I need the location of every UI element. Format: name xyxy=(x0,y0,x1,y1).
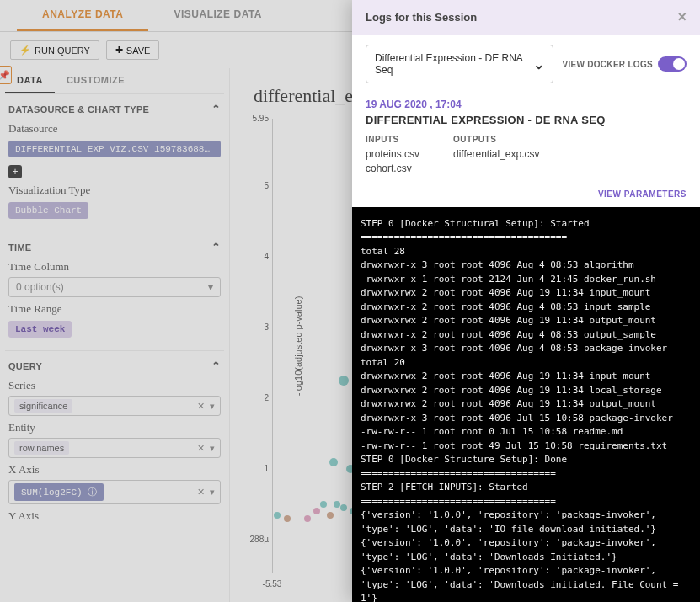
clear-icon[interactable]: ✕ xyxy=(197,487,205,498)
time-range-label: Time Range xyxy=(8,302,221,316)
add-datasource-button[interactable]: + xyxy=(8,165,22,178)
caret-down-icon: ▾ xyxy=(210,401,215,412)
lightning-icon: ⚡ xyxy=(19,45,31,56)
y-tick: 3 xyxy=(245,322,269,332)
inputs-label: INPUTS xyxy=(366,135,419,144)
y-tick: 5 xyxy=(245,181,269,190)
xaxis-select[interactable]: SUM(log2FC) ⓘ ✕▾ xyxy=(8,480,221,504)
datasource-value[interactable]: DIFFERENTIAL_EXP_VIZ.CSV_1597836886.10 xyxy=(8,141,221,157)
chevron-up-icon: ⌃ xyxy=(211,241,221,253)
subtab-customize[interactable]: CUSTOMIZE xyxy=(55,68,136,93)
inputs-list: proteins.csvcohort.csv xyxy=(366,147,419,176)
bubble[interactable] xyxy=(313,508,320,514)
config-sidebar: DATA CUSTOMIZE DATASOURCE & CHART TYPE ⌃… xyxy=(0,68,230,602)
section-time-header[interactable]: TIME ⌃ xyxy=(8,241,221,253)
caret-down-icon: ▾ xyxy=(210,487,215,498)
bubble[interactable] xyxy=(327,512,334,519)
bubble[interactable] xyxy=(304,515,311,522)
tab-visualize[interactable]: VISUALIZE DATA xyxy=(148,0,287,31)
section-datasource-header[interactable]: DATASOURCE & CHART TYPE ⌃ xyxy=(8,103,221,115)
close-icon[interactable]: × xyxy=(677,8,687,26)
y-axis-label: -log10(adjusted p-value) xyxy=(293,296,303,397)
series-select[interactable]: significance ✕▾ xyxy=(8,396,221,416)
bubble[interactable] xyxy=(339,376,349,386)
view-parameters-link[interactable]: VIEW PARAMETERS xyxy=(352,184,700,207)
bubble[interactable] xyxy=(274,512,281,519)
bubble[interactable] xyxy=(320,501,327,508)
entity-select[interactable]: row.names ✕▾ xyxy=(8,438,221,458)
chevron-up-icon: ⌃ xyxy=(211,103,221,115)
section-query-header[interactable]: QUERY ⌃ xyxy=(8,360,221,372)
bubble[interactable] xyxy=(340,504,347,511)
bubble[interactable] xyxy=(284,515,291,522)
outputs-label: OUTPUTS xyxy=(453,135,540,144)
series-label: Series xyxy=(8,379,221,392)
log-output[interactable]: STEP 0 [Docker Structural Setup]: Starte… xyxy=(352,207,700,602)
bubble[interactable] xyxy=(329,458,338,466)
xaxis-label: X Axis xyxy=(8,463,221,477)
logs-modal: Logs for this Session × Differential Exp… xyxy=(352,0,700,602)
time-column-select[interactable]: 0 option(s) ▾ xyxy=(8,277,221,297)
log-date: 19 AUG 2020 , 17:04 xyxy=(366,99,687,110)
time-range-value[interactable]: Last week xyxy=(8,321,72,338)
time-column-label: Time Column xyxy=(8,260,221,274)
bubble[interactable] xyxy=(334,501,340,508)
viztype-label: Visualization Type xyxy=(8,184,221,197)
x-tick: -5.53 xyxy=(263,579,282,589)
chevron-up-icon: ⌃ xyxy=(211,360,221,372)
y-tick: 2 xyxy=(245,393,269,402)
datasource-label: Datasource xyxy=(8,122,221,136)
docker-logs-label: VIEW DOCKER LOGS xyxy=(562,60,653,69)
chevron-down-icon: ⌄ xyxy=(533,56,544,72)
y-tick: 288µ xyxy=(245,535,269,544)
viztype-value[interactable]: Bubble Chart xyxy=(8,202,88,219)
entity-label: Entity xyxy=(8,421,221,434)
job-title: DIFFERENTIAL EXPRESSION - DE RNA SEQ xyxy=(366,114,687,126)
y-tick: 4 xyxy=(245,252,269,261)
clear-icon[interactable]: ✕ xyxy=(197,443,205,454)
y-tick: 1 xyxy=(245,464,269,473)
subtab-data[interactable]: DATA xyxy=(5,68,55,93)
modal-title: Logs for this Session xyxy=(366,11,477,24)
save-button[interactable]: ✚SAVE xyxy=(106,40,160,60)
docker-logs-toggle[interactable] xyxy=(658,56,687,72)
yaxis-label: Y Axis xyxy=(8,509,221,523)
caret-down-icon: ▾ xyxy=(208,281,213,293)
caret-down-icon: ▾ xyxy=(210,443,215,454)
tab-analyze[interactable]: ANALYZE DATA xyxy=(17,0,148,31)
plus-icon: ✚ xyxy=(115,45,123,56)
y-tick: 5.95 xyxy=(245,114,269,123)
pin-icon[interactable]: 📌 xyxy=(0,66,12,84)
run-query-button[interactable]: ⚡RUN QUERY xyxy=(10,40,99,60)
outputs-list: differential_exp.csv xyxy=(453,147,540,162)
session-select[interactable]: Differential Expression - DE RNA Seq ⌄ xyxy=(366,45,553,83)
clear-icon[interactable]: ✕ xyxy=(197,401,205,412)
